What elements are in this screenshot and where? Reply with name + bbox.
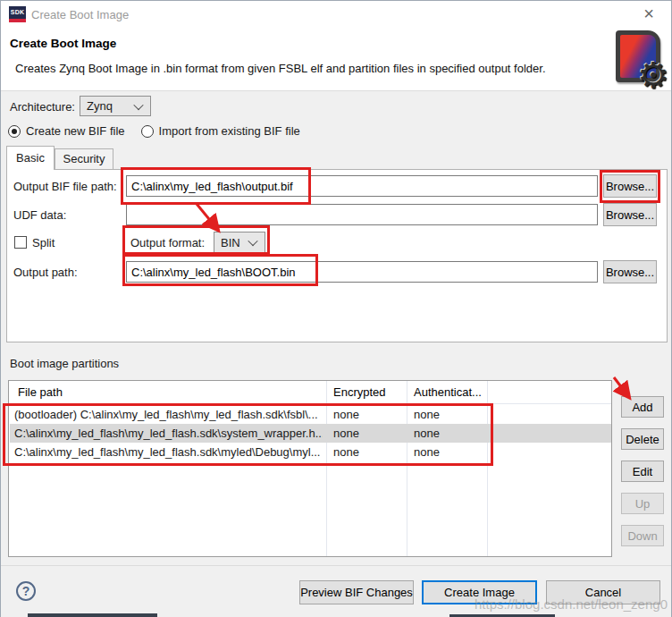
architecture-label: Architecture: xyxy=(10,100,75,114)
up-button[interactable]: Up xyxy=(621,493,664,514)
cell-file-path: (bootloader) C:\alinx\my_led_flash\my_le… xyxy=(14,405,323,424)
table-row[interactable]: C:\alinx\my_led_flash\my_led_flash.sdk\s… xyxy=(10,424,611,443)
radio-create-new-label[interactable]: Create new BIF file xyxy=(26,124,125,138)
split-checkbox[interactable] xyxy=(14,236,27,249)
architecture-value: Zynq xyxy=(87,99,113,113)
close-icon[interactable]: × xyxy=(634,2,664,25)
output-bif-browse-button[interactable]: Browse... xyxy=(603,174,657,198)
split-label: Split xyxy=(32,236,55,249)
cell-file-path: C:\alinx\my_led_flash\my_led_flash.sdk\s… xyxy=(14,424,323,443)
page-title: Create Boot Image xyxy=(10,37,116,50)
table-row[interactable]: (bootloader) C:\alinx\my_led_flash\my_le… xyxy=(10,405,611,424)
annotation-arrow-add xyxy=(614,377,628,396)
down-button[interactable]: Down xyxy=(621,525,664,546)
window-title: Create Boot Image xyxy=(31,8,129,21)
output-format-value: BIN xyxy=(221,236,240,249)
column-header-encrypted[interactable]: Encrypted xyxy=(333,385,386,399)
gear-icon: ⚙ xyxy=(637,57,669,93)
create-boot-image-dialog: SDK Create Boot Image × Create Boot Imag… xyxy=(0,0,672,617)
cell-file-path: C:\alinx\my_led_flash\my_led_flash.sdk\m… xyxy=(14,443,323,461)
radio-create-new-icon[interactable] xyxy=(8,125,21,138)
tab-security[interactable]: Security xyxy=(55,148,113,170)
output-path-input[interactable] xyxy=(126,261,598,283)
edit-button[interactable]: Edit xyxy=(621,461,664,482)
cell-authenticated: none xyxy=(414,405,485,424)
radio-import-existing-label[interactable]: Import from existing BIF file xyxy=(159,124,300,138)
cell-encrypted: none xyxy=(333,405,405,424)
output-bif-label: Output BIF file path: xyxy=(13,180,117,193)
cell-authenticated: none xyxy=(414,443,485,461)
partitions-title: Boot image partitions xyxy=(10,357,119,370)
background-window-edge xyxy=(28,613,157,617)
column-header-authenticated[interactable]: Authenticat... xyxy=(414,385,482,399)
cell-authenticated: none xyxy=(414,424,485,443)
output-path-browse-button[interactable]: Browse... xyxy=(603,260,657,283)
chevron-down-icon xyxy=(133,99,143,109)
architecture-select[interactable]: Zynq xyxy=(80,96,151,116)
watermark: https://blog.csdn.net/leon_zeng0 xyxy=(421,596,668,612)
tab-basic[interactable]: Basic xyxy=(6,146,55,170)
output-bif-input[interactable] xyxy=(126,175,598,197)
delete-button[interactable]: Delete xyxy=(621,428,664,450)
column-header-file-path[interactable]: File path xyxy=(18,385,63,399)
table-row[interactable]: C:\alinx\my_led_flash\my_led_flash.sdk\m… xyxy=(10,443,611,461)
output-format-select[interactable]: BIN xyxy=(214,232,265,253)
boot-image-wizard-icon: ⚙ xyxy=(614,30,666,88)
partitions-table: File path Encrypted Authenticat... (boot… xyxy=(8,380,612,557)
cell-encrypted: none xyxy=(333,424,405,443)
radio-import-existing-icon[interactable] xyxy=(141,125,154,138)
dialog-header: Create Boot Image Creates Zynq Boot Imag… xyxy=(1,28,671,91)
udf-input[interactable] xyxy=(126,204,598,225)
bif-mode-radios: Create new BIF file Import from existing… xyxy=(8,124,300,138)
chevron-down-icon xyxy=(248,236,257,246)
preview-bif-changes-button[interactable]: Preview BIF Changes xyxy=(299,580,414,604)
window-titlebar: SDK Create Boot Image × xyxy=(1,1,671,28)
cell-encrypted: none xyxy=(333,443,405,461)
output-path-label: Output path: xyxy=(13,266,78,279)
sdk-app-icon: SDK xyxy=(9,6,26,22)
page-description: Creates Zynq Boot Image in .bin format f… xyxy=(15,62,546,75)
table-header-row: File path Encrypted Authenticat... xyxy=(9,381,611,404)
udf-browse-button[interactable]: Browse... xyxy=(603,203,657,226)
help-icon[interactable]: ? xyxy=(16,581,36,601)
output-format-label: Output format: xyxy=(130,236,205,249)
udf-label: UDF data: xyxy=(13,208,66,222)
add-button[interactable]: Add xyxy=(621,396,664,418)
